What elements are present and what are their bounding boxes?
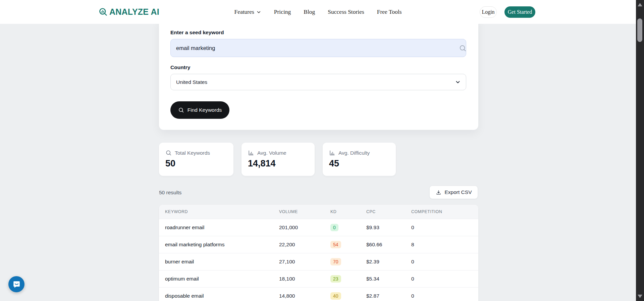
chevron-down-icon: [455, 80, 461, 85]
seed-keyword-input[interactable]: [170, 39, 466, 57]
table-row[interactable]: disposable email 14,800 40 $2.87 0: [159, 287, 478, 301]
stat-value: 14,814: [248, 158, 309, 169]
volume-cell: 22,200: [279, 242, 330, 248]
bar-chart-icon: [248, 150, 254, 156]
page-content: ANALYZE AI Features Pricing Blog Success…: [0, 0, 636, 301]
nav-item-pricing[interactable]: Pricing: [274, 8, 291, 15]
volume-cell: 201,000: [279, 224, 330, 231]
search-icon: [178, 107, 184, 113]
volume-cell: 27,100: [279, 259, 330, 265]
bar-chart-icon: [329, 150, 335, 156]
kd-badge: 54: [330, 241, 341, 248]
logo-magnifier-chart-icon: [99, 7, 108, 16]
cpc-cell: $60.66: [366, 242, 411, 248]
table-row[interactable]: burner email 27,100 70 $2.39 0: [159, 253, 478, 270]
find-keywords-label: Find Keywords: [187, 107, 222, 113]
results-bar: 50 results Export CSV: [159, 186, 478, 199]
stat-card-avg-volume: Avg. Volume 14,814: [241, 143, 315, 176]
scrollbar-thumb[interactable]: [637, 18, 642, 42]
search-icon: [165, 150, 172, 156]
keyword-cell: email marketing platforms: [165, 242, 279, 248]
cpc-cell: $9.93: [366, 224, 411, 231]
cpc-cell: $2.39: [366, 259, 411, 265]
table-row[interactable]: roadrunner email 201,000 0 $9.93 0: [159, 219, 478, 236]
volume-cell: 18,100: [279, 276, 330, 282]
keyword-cell: disposable email: [165, 293, 279, 299]
logo[interactable]: ANALYZE AI: [99, 0, 159, 24]
results-count: 50 results: [159, 186, 181, 199]
cpc-cell: $2.87: [366, 293, 411, 299]
scrollbar-track[interactable]: [636, 0, 644, 301]
volume-cell: 14,800: [279, 293, 330, 299]
chevron-down-icon: [257, 10, 261, 14]
stat-label: Avg. Difficulty: [338, 150, 370, 156]
stat-card-avg-difficulty: Avg. Difficulty 45: [323, 143, 396, 176]
nav-item-success-stories[interactable]: Success Stories: [328, 8, 364, 15]
column-header-volume: VOLUME: [279, 209, 330, 214]
column-header-cpc: CPC: [366, 209, 411, 214]
nav-item-free-tools[interactable]: Free Tools: [377, 8, 402, 15]
country-selected-value: United States: [176, 79, 207, 85]
scroll-down-arrow-icon[interactable]: [638, 295, 642, 298]
kd-badge: 70: [330, 258, 341, 265]
keywords-table: KEYWORD VOLUME KD CPC COMPETITION roadru…: [159, 205, 478, 301]
competition-cell: 0: [411, 276, 478, 282]
export-csv-button[interactable]: Export CSV: [429, 186, 478, 199]
table-row[interactable]: optimum email 18,100 23 $5.34 0: [159, 270, 478, 287]
find-keywords-button[interactable]: Find Keywords: [170, 101, 229, 119]
search-icon: [459, 44, 467, 52]
table-row[interactable]: email marketing platforms 22,200 54 $60.…: [159, 236, 478, 253]
competition-cell: 8: [411, 242, 478, 248]
competition-cell: 0: [411, 259, 478, 265]
stat-label: Avg. Volume: [257, 150, 286, 156]
stat-value: 50: [165, 158, 227, 169]
scroll-up-arrow-icon[interactable]: [638, 3, 642, 6]
competition-cell: 0: [411, 293, 478, 299]
keyword-cell: roadrunner email: [165, 224, 279, 231]
export-csv-label: Export CSV: [445, 189, 472, 195]
table-header-row: KEYWORD VOLUME KD CPC COMPETITION: [159, 205, 478, 219]
cpc-cell: $5.34: [366, 276, 411, 282]
logo-text: ANALYZE AI: [109, 7, 159, 17]
keyword-cell: burner email: [165, 259, 279, 265]
chat-launcher-button[interactable]: [8, 276, 24, 292]
page: ANALYZE AI Features Pricing Blog Success…: [0, 0, 644, 301]
login-button[interactable]: Login: [480, 6, 497, 18]
column-header-keyword: KEYWORD: [165, 209, 279, 214]
nav-item-blog[interactable]: Blog: [304, 8, 315, 15]
keyword-search-card: Enter a seed keyword Country United Stat…: [159, 17, 478, 130]
column-header-competition: COMPETITION: [411, 209, 478, 214]
seed-keyword-label: Enter a seed keyword: [170, 30, 224, 36]
keyword-cell: optimum email: [165, 276, 279, 282]
nav-item-features[interactable]: Features: [234, 8, 261, 15]
country-select[interactable]: United States: [170, 74, 466, 90]
top-navbar: ANALYZE AI Features Pricing Blog Success…: [0, 0, 636, 24]
competition-cell: 0: [411, 224, 478, 231]
stat-label: Total Keywords: [175, 150, 210, 156]
stat-card-total-keywords: Total Keywords 50: [159, 143, 233, 176]
stat-value: 45: [329, 158, 390, 169]
download-icon: [436, 190, 441, 195]
country-label: Country: [170, 64, 190, 70]
kd-badge: 40: [330, 292, 341, 300]
main-nav: Features Pricing Blog Success Stories Fr…: [234, 0, 401, 24]
auth-buttons: Login Get Started: [480, 0, 535, 24]
chat-bubble-smile-icon: [12, 280, 21, 289]
get-started-button[interactable]: Get Started: [504, 6, 535, 18]
kd-badge: 23: [330, 275, 341, 283]
nav-item-label: Features: [234, 8, 254, 15]
kd-badge: 0: [330, 224, 338, 231]
column-header-kd: KD: [330, 209, 366, 214]
